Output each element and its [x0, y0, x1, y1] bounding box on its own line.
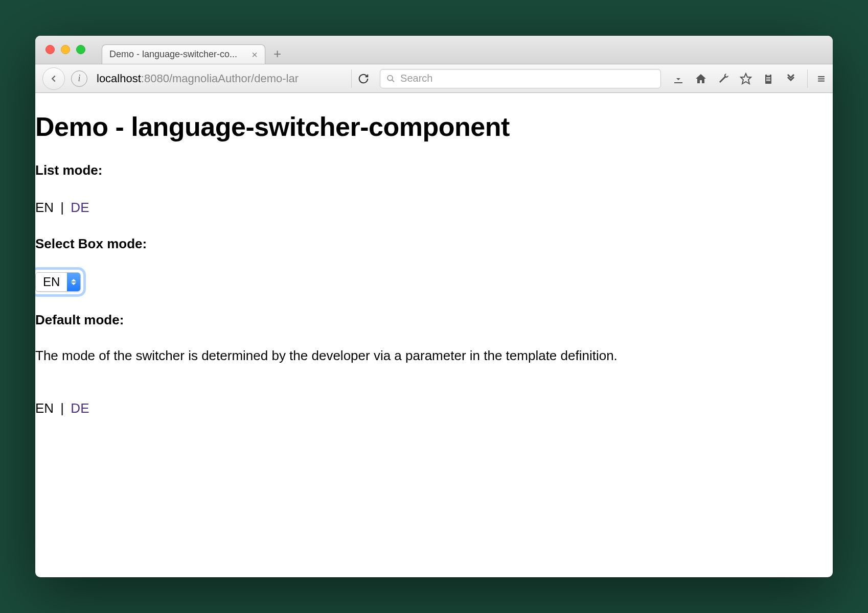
page-content: Demo - language-switcher-component List …: [35, 111, 833, 416]
select-arrows-icon: [67, 273, 80, 291]
browser-window: Demo - language-switcher-co... × + i loc…: [35, 36, 833, 577]
downloads-icon[interactable]: [672, 73, 684, 85]
menu-button[interactable]: [807, 69, 826, 88]
svg-rect-8: [818, 76, 825, 77]
svg-rect-10: [818, 80, 825, 81]
lang-separator-default: |: [57, 400, 67, 416]
search-box[interactable]: [380, 69, 661, 88]
select-mode-heading: Select Box mode:: [35, 236, 833, 252]
tab-title: Demo - language-switcher-co...: [109, 49, 237, 60]
titlebar: Demo - language-switcher-co... × +: [35, 36, 833, 64]
lang-link-de-default[interactable]: DE: [71, 400, 89, 416]
svg-rect-5: [766, 77, 770, 78]
svg-line-1: [392, 80, 394, 82]
select-value: EN: [36, 273, 67, 291]
url-path: /magnoliaAuthor/demo-lar: [169, 72, 299, 85]
language-list: EN | DE: [35, 200, 833, 216]
svg-marker-2: [741, 74, 751, 84]
site-identity-icon[interactable]: i: [71, 70, 87, 87]
hamburger-icon: [817, 73, 826, 85]
lang-current-default: EN: [35, 400, 54, 416]
reload-icon: [358, 73, 369, 84]
browser-tab[interactable]: Demo - language-switcher-co... ×: [102, 44, 265, 64]
star-icon[interactable]: [740, 73, 752, 85]
url-port: :8080: [141, 72, 169, 85]
svg-point-0: [387, 75, 393, 80]
svg-rect-6: [766, 79, 770, 80]
description-text: The mode of the switcher is determined b…: [35, 347, 833, 365]
clipboard-icon[interactable]: [762, 73, 774, 85]
wrench-icon[interactable]: [717, 73, 729, 85]
traffic-lights: [45, 45, 85, 54]
maximize-window-button[interactable]: [76, 45, 85, 54]
language-select-wrap: EN: [35, 272, 81, 292]
url-host: localhost: [97, 72, 141, 85]
lang-current: EN: [35, 200, 54, 215]
language-list-default: EN | DE: [35, 400, 833, 416]
overflow-icon[interactable]: [785, 73, 797, 85]
svg-rect-9: [818, 78, 825, 79]
toolbar: i localhost:8080/magnoliaAuthor/demo-lar: [35, 64, 833, 93]
lang-link-de[interactable]: DE: [71, 200, 89, 215]
new-tab-button[interactable]: +: [265, 46, 289, 64]
reload-button[interactable]: [351, 69, 370, 88]
search-icon: [386, 74, 395, 83]
minimize-window-button[interactable]: [61, 45, 70, 54]
list-mode-heading: List mode:: [35, 162, 833, 178]
tab-strip: Demo - language-switcher-co... × +: [102, 36, 289, 64]
url-bar[interactable]: localhost:8080/magnoliaAuthor/demo-lar: [94, 69, 344, 88]
search-input[interactable]: [400, 73, 654, 84]
back-arrow-icon: [48, 73, 59, 84]
language-select[interactable]: EN: [35, 272, 81, 292]
svg-rect-4: [767, 74, 770, 76]
default-mode-heading: Default mode:: [35, 312, 833, 328]
back-button[interactable]: [42, 67, 65, 90]
lang-separator: |: [57, 200, 67, 215]
toolbar-icons: [672, 73, 797, 85]
close-window-button[interactable]: [45, 45, 55, 54]
page-title: Demo - language-switcher-component: [35, 111, 833, 142]
svg-rect-7: [766, 80, 770, 81]
home-icon[interactable]: [695, 73, 707, 85]
close-tab-icon[interactable]: ×: [252, 50, 258, 60]
